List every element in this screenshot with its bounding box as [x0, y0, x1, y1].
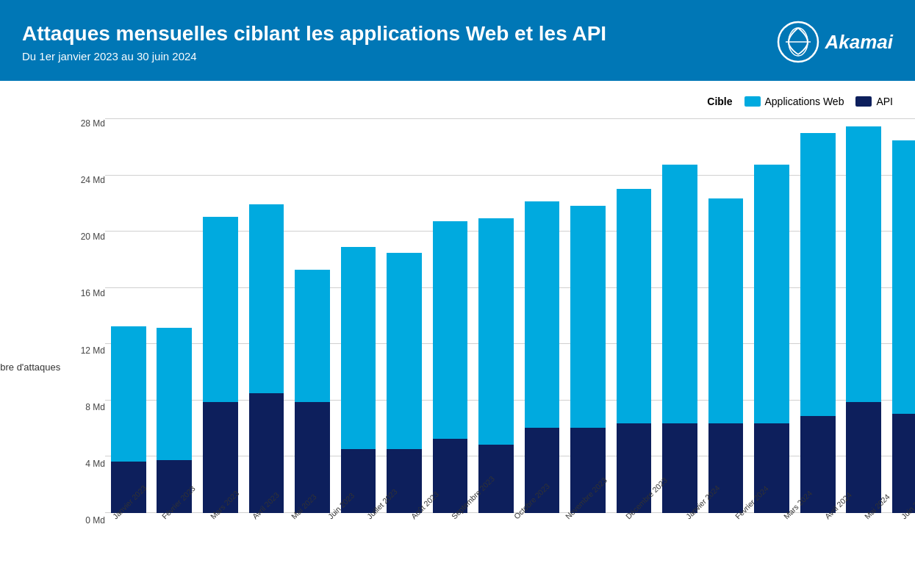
bar-web — [662, 165, 697, 423]
bar-web — [800, 133, 836, 416]
bar-web — [478, 218, 514, 445]
bar-stack — [570, 206, 606, 513]
bar-stack — [341, 247, 376, 513]
bar-web — [754, 165, 789, 423]
bar-group — [382, 118, 426, 513]
bar-web — [525, 201, 560, 428]
bar-group — [337, 118, 381, 513]
bar-group — [842, 118, 886, 513]
bar-stack — [525, 201, 560, 513]
bar-web — [203, 217, 238, 402]
y-tick: 20 Md — [81, 232, 105, 242]
header: Attaques mensuelles ciblant les applicat… — [0, 0, 915, 81]
x-axis: Janvier 2023Février 2023Mars 2023Avril 2… — [105, 514, 915, 573]
y-tick: 28 Md — [81, 118, 105, 129]
grid-and-bars — [105, 115, 915, 513]
y-tick: 0 Md — [85, 515, 105, 526]
y-tick: 24 Md — [81, 175, 105, 185]
bar-web — [617, 189, 652, 423]
bar-stack — [387, 253, 422, 513]
bar-stack — [754, 165, 789, 513]
bar-group — [566, 118, 610, 513]
bar-web — [249, 204, 284, 393]
bar-stack — [295, 270, 330, 513]
bar-stack — [708, 198, 744, 513]
legend: Cible Applications Web API — [22, 96, 893, 107]
bars-row — [105, 118, 915, 513]
y-tick: 12 Md — [81, 345, 105, 356]
bar-group — [658, 118, 702, 513]
y-axis: 28 Md24 Md20 Md16 Md12 Md8 Md4 Md0 Md — [62, 115, 105, 573]
bar-group — [290, 118, 334, 513]
bar-stack — [892, 140, 915, 513]
legend-api-label: API — [876, 96, 893, 107]
bar-group — [107, 118, 151, 513]
bar-web — [387, 253, 422, 449]
page-container: Attaques mensuelles ciblant les applicat… — [0, 0, 915, 588]
chart-area: Cible Applications Web API Nombre d'atta… — [0, 81, 915, 588]
bar-group — [153, 118, 197, 513]
bar-group — [474, 118, 518, 513]
bar-web — [708, 198, 744, 423]
legend-web-item: Applications Web — [744, 96, 844, 107]
header-title: Attaques mensuelles ciblant les applicat… — [22, 21, 606, 63]
bar-group — [796, 118, 840, 513]
bar-stack — [846, 126, 881, 514]
legend-api-color — [855, 96, 872, 107]
bar-stack — [433, 221, 468, 513]
bar-stack — [617, 189, 652, 513]
bar-group — [888, 118, 915, 513]
chart-subtitle: Du 1er janvier 2023 au 30 juin 2024 — [22, 50, 606, 62]
y-tick: 16 Md — [81, 288, 105, 298]
legend-web-label: Applications Web — [765, 96, 844, 107]
bar-web — [157, 328, 192, 460]
bar-web — [295, 270, 330, 402]
bar-web — [570, 206, 606, 428]
legend-web-color — [744, 96, 761, 107]
bar-stack — [662, 165, 697, 513]
bar-web — [433, 221, 468, 439]
akamai-logo-text: Akamai — [825, 31, 894, 54]
bar-web — [111, 326, 146, 462]
bar-stack — [203, 217, 238, 513]
bar-group — [520, 118, 564, 513]
akamai-logo-icon — [777, 21, 819, 63]
bar-stack — [249, 204, 284, 513]
bar-stack — [800, 133, 836, 513]
y-axis-label: Nombre d'attaques — [0, 362, 60, 373]
bar-stack — [478, 218, 514, 513]
legend-api-item: API — [855, 96, 893, 107]
y-tick: 8 Md — [85, 402, 105, 412]
legend-cible-label: Cible — [707, 96, 732, 107]
chart-title: Attaques mensuelles ciblant les applicat… — [22, 21, 606, 46]
chart-wrapper: Nombre d'attaques 28 Md24 Md20 Md16 Md12… — [22, 115, 893, 573]
bar-web — [846, 126, 881, 403]
y-tick: 4 Md — [85, 459, 105, 469]
bar-web — [341, 247, 376, 449]
bar-group — [750, 118, 794, 513]
bar-group — [198, 118, 243, 513]
bar-group — [245, 118, 289, 513]
bar-web — [892, 140, 915, 414]
akamai-logo: Akamai — [777, 21, 894, 63]
bar-group — [612, 118, 656, 513]
bar-group — [704, 118, 748, 513]
bar-group — [428, 118, 473, 513]
